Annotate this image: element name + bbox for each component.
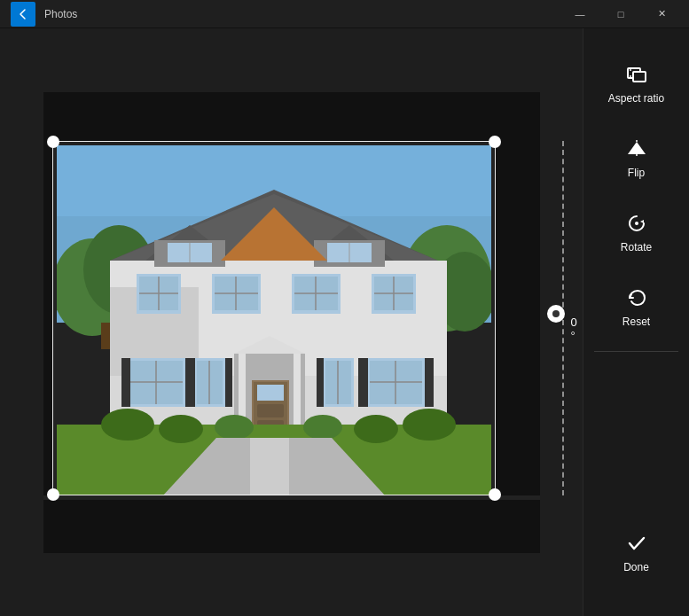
rotation-angle: 0 ° (571, 316, 577, 342)
done-label: Done (623, 561, 649, 573)
window-controls: — □ ✕ (560, 0, 682, 28)
done-icon (624, 531, 649, 556)
reset-icon (624, 285, 649, 310)
back-button[interactable] (11, 2, 35, 27)
crop-mask-top (43, 92, 540, 141)
crop-handle-bottom-left[interactable] (47, 488, 59, 501)
reset-button[interactable]: Reset (583, 269, 689, 344)
rotate-button[interactable]: Rotate (583, 195, 689, 269)
title-bar-left: Photos (11, 2, 77, 27)
aspect-ratio-icon (624, 62, 649, 87)
crop-mask-left (43, 141, 52, 495)
flip-button[interactable]: Flip (583, 121, 689, 195)
svg-point-79 (552, 310, 560, 317)
rotation-handle[interactable] (547, 305, 565, 323)
aspect-ratio-label: Aspect ratio (608, 92, 664, 105)
minimize-button[interactable]: — (560, 0, 600, 28)
aspect-ratio-button[interactable]: Aspect ratio (583, 46, 689, 121)
rotate-icon (624, 211, 649, 236)
rotation-dot-icon (551, 308, 561, 319)
svg-point-87 (635, 222, 638, 225)
image-area: 0 ° (0, 28, 583, 616)
svg-rect-81 (633, 72, 646, 82)
crop-box[interactable] (52, 141, 496, 495)
svg-marker-86 (640, 220, 644, 223)
crop-handle-top-right[interactable] (489, 136, 501, 148)
crop-handle-bottom-right[interactable] (489, 488, 501, 501)
reset-label: Reset (622, 316, 650, 328)
flip-label: Flip (628, 167, 645, 179)
crop-handle-top-left[interactable] (47, 136, 59, 148)
title-bar: Photos — □ ✕ (0, 0, 689, 28)
main-content: 0 ° Aspect ratio (0, 28, 689, 616)
image-container: 0 ° (43, 92, 540, 553)
flip-icon (624, 136, 649, 161)
app-title: Photos (44, 8, 77, 20)
crop-mask-right (496, 141, 540, 495)
back-icon (16, 7, 30, 21)
panel-divider (594, 351, 678, 352)
crop-mask-bottom (43, 500, 540, 553)
close-button[interactable]: ✕ (641, 0, 682, 28)
maximize-button[interactable]: □ (600, 0, 641, 28)
rotate-label: Rotate (621, 241, 652, 253)
right-panel: Aspect ratio Flip (583, 28, 689, 616)
done-button[interactable]: Done (583, 515, 689, 589)
